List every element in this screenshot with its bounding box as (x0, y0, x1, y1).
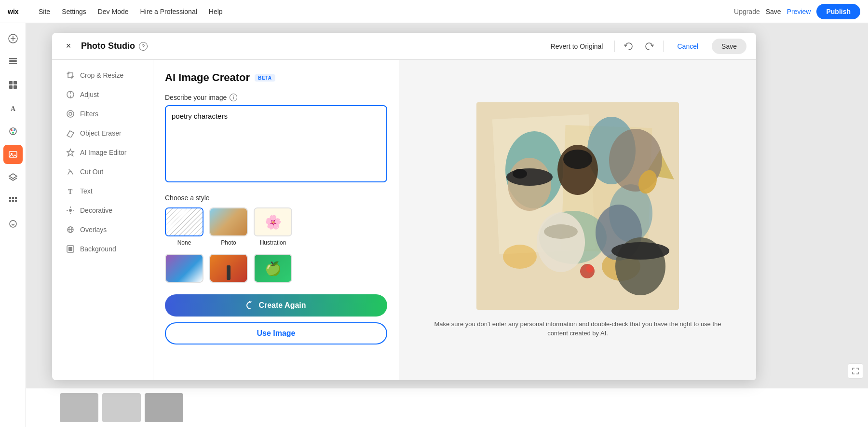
svg-text:A: A (11, 105, 16, 112)
sidebar-grid-icon[interactable] (3, 75, 23, 95)
save-modal-button[interactable]: Save (712, 39, 746, 54)
expand-icon[interactable] (848, 363, 863, 379)
modal-title: Photo Studio (81, 41, 135, 51)
top-save-button[interactable]: Save (766, 8, 781, 15)
wix-logo[interactable]: wix (8, 6, 27, 17)
style-4[interactable] (165, 254, 203, 283)
thumbnail-2[interactable] (102, 393, 141, 422)
svg-point-59 (563, 150, 592, 169)
style-none-bg (166, 208, 203, 235)
sidebar-image-icon[interactable] (3, 145, 23, 164)
svg-point-56 (506, 168, 553, 186)
tool-decorative[interactable]: Decorative (56, 201, 149, 220)
revert-button[interactable]: Revert to Original (545, 40, 609, 53)
generated-image (476, 102, 679, 310)
describe-info-icon[interactable]: i (230, 94, 237, 101)
create-again-button[interactable]: Create Again (165, 294, 387, 317)
style-grid-row1: None Photo 🌸 (165, 207, 387, 246)
svg-marker-18 (9, 174, 17, 179)
filters-icon (66, 109, 75, 119)
disclaimer-text: Make sure you don't enter any personal i… (433, 319, 722, 338)
style-5[interactable] (209, 254, 248, 283)
tool-filters[interactable]: Filters (56, 104, 149, 124)
svg-point-13 (11, 129, 13, 131)
modal-close-button[interactable]: × (62, 40, 75, 53)
background-icon (66, 244, 75, 254)
sidebar-pages-icon[interactable] (3, 52, 23, 71)
sidebar-apps-icon[interactable] (3, 191, 23, 210)
tool-eraser-label: Object Eraser (80, 129, 122, 137)
style-grid-row2: 🍏 (165, 254, 387, 283)
svg-point-35 (69, 209, 72, 212)
top-nav-right: Upgrade Save Preview Publish (734, 4, 860, 19)
use-image-button[interactable]: Use Image (165, 322, 387, 344)
nav-dev-mode[interactable]: Dev Mode (98, 8, 129, 15)
sidebar-layers-icon[interactable] (3, 168, 23, 187)
tool-object-eraser[interactable]: Object Eraser (56, 124, 149, 143)
use-image-label: Use Image (257, 329, 295, 337)
sidebar-paint-icon[interactable] (3, 122, 23, 141)
svg-marker-32 (67, 149, 74, 156)
sidebar-bottom-icon[interactable] (3, 214, 23, 234)
main-area: A × Photo Studio ? (0, 23, 868, 427)
ai-panel-title: AI Image Creator (165, 71, 250, 84)
tool-ai-editor-label: AI Image Editor (80, 149, 127, 156)
image-preview: Make sure you don't enter any personal i… (399, 60, 756, 380)
thumbnail-3[interactable] (145, 393, 183, 422)
tools-panel: Crop & Resize Adjust Filters (52, 60, 153, 380)
nav-settings[interactable]: Settings (62, 8, 86, 15)
redo-button[interactable] (642, 39, 657, 54)
style-5-thumb (209, 254, 248, 283)
generated-image-svg (476, 102, 679, 310)
svg-rect-10 (14, 85, 17, 89)
modal-body: Crop & Resize Adjust Filters (52, 60, 756, 380)
svg-point-30 (67, 110, 74, 117)
style-6-bg: 🍏 (255, 255, 291, 282)
tool-adjust[interactable]: Adjust (56, 85, 149, 104)
style-illustration-thumb: 🌸 (254, 207, 292, 236)
describe-textarea[interactable]: poetry characters (165, 105, 387, 182)
tool-background[interactable]: Background (56, 239, 149, 259)
svg-rect-21 (15, 197, 17, 199)
svg-point-31 (69, 112, 72, 115)
nav-site[interactable]: Site (39, 8, 50, 15)
publish-button[interactable]: Publish (816, 4, 860, 19)
undo-button[interactable] (621, 39, 636, 54)
modal-help-icon[interactable]: ? (139, 42, 148, 51)
cancel-button[interactable]: Cancel (669, 39, 706, 54)
tool-ai-editor[interactable]: AI Image Editor (56, 143, 149, 162)
adjust-icon (66, 90, 75, 99)
thumbnail-1[interactable] (60, 393, 98, 422)
nav-help[interactable]: Help (209, 8, 223, 15)
nav-hire[interactable]: Hire a Professional (140, 8, 197, 15)
upgrade-button[interactable]: Upgrade (734, 8, 760, 15)
style-photo[interactable]: Photo (209, 207, 248, 246)
page-content: × Photo Studio ? Revert to Original Canc… (26, 23, 868, 427)
tool-overlays[interactable]: Overlays (56, 220, 149, 239)
create-again-label: Create Again (258, 301, 306, 310)
tool-text[interactable]: T Text (56, 181, 149, 201)
tool-crop-label: Crop & Resize (80, 71, 123, 79)
tool-crop-resize[interactable]: Crop & Resize (56, 66, 149, 85)
style-5-bg (210, 255, 247, 282)
modal-header-right: Revert to Original Cancel Save (545, 39, 746, 54)
describe-label: Describe your image i (165, 94, 387, 101)
svg-point-65 (611, 242, 669, 260)
header-divider (614, 41, 615, 52)
style-illustration-label: Illustration (260, 239, 286, 246)
svg-point-67 (586, 265, 594, 273)
style-none[interactable]: None (165, 207, 203, 246)
choose-style-label: Choose a style (165, 194, 387, 202)
style-photo-label: Photo (221, 239, 236, 246)
svg-rect-23 (12, 200, 14, 202)
sidebar-add-icon[interactable] (3, 29, 23, 48)
preview-button[interactable]: Preview (787, 8, 811, 15)
style-6[interactable]: 🍏 (254, 254, 292, 283)
tool-cut-out[interactable]: Cut Out (56, 162, 149, 181)
sidebar-text-icon[interactable]: A (3, 98, 23, 118)
tool-cutout-label: Cut Out (80, 168, 103, 176)
svg-rect-44 (68, 247, 72, 251)
style-illustration[interactable]: 🌸 Illustration (254, 207, 292, 246)
ai-panel: AI Image Creator BETA Describe your imag… (153, 60, 399, 380)
ai-panel-header: AI Image Creator BETA (165, 71, 387, 84)
